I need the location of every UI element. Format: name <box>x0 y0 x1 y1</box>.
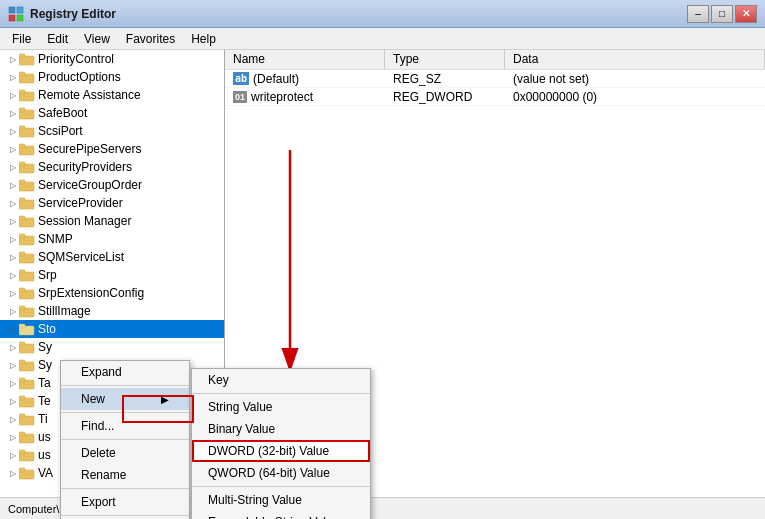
tree-item-sqmservicelist[interactable]: ▷ SQMServiceList <box>0 248 224 266</box>
tree-item-sto[interactable]: ▷ Sto <box>0 320 224 338</box>
svg-rect-15 <box>19 144 25 148</box>
tree-item-scsiport[interactable]: ▷ ScsiPort <box>0 122 224 140</box>
svg-rect-3 <box>17 15 23 21</box>
menu-file[interactable]: File <box>4 30 39 48</box>
folder-icon <box>19 106 35 120</box>
reg-row-default[interactable]: ab (Default) REG_SZ (value not set) <box>225 70 765 88</box>
folder-icon <box>19 286 35 300</box>
column-headers: Name Type Data <box>225 50 765 70</box>
folder-icon <box>19 250 35 264</box>
tree-item-remoteassistance[interactable]: ▷ Remote Assistance <box>0 86 224 104</box>
status-text: Computer\HKEY_L <box>8 503 102 515</box>
tree-item-stillimage[interactable]: ▷ StillImage <box>0 302 224 320</box>
tree-item-sessionmanager[interactable]: ▷ Session Manager <box>0 212 224 230</box>
folder-icon <box>19 232 35 246</box>
expand-arrow: ▷ <box>8 342 18 352</box>
folder-icon <box>19 322 35 336</box>
reg-data-default: (value not set) <box>505 71 765 87</box>
folder-icon <box>19 376 35 390</box>
tree-label: SQMServiceList <box>38 250 124 264</box>
tree-item-sy1[interactable]: ▷ Sy <box>0 338 224 356</box>
svg-rect-49 <box>19 450 25 454</box>
svg-rect-43 <box>19 396 25 400</box>
tree-label: PriorityControl <box>38 52 114 66</box>
registry-rows: ab (Default) REG_SZ (value not set) 01 w… <box>225 70 765 497</box>
reg-name-default: ab (Default) <box>225 71 385 87</box>
tree-label: Session Manager <box>38 214 131 228</box>
svg-rect-17 <box>19 162 25 166</box>
folder-icon <box>19 196 35 210</box>
tree-item-securityproviders[interactable]: ▷ SecurityProviders <box>0 158 224 176</box>
expand-arrow: ▷ <box>8 306 18 316</box>
reg-data-writeprotect: 0x00000000 (0) <box>505 89 765 105</box>
tree-label: ScsiPort <box>38 124 83 138</box>
svg-rect-29 <box>19 270 25 274</box>
close-button[interactable]: ✕ <box>735 5 757 23</box>
svg-rect-19 <box>19 180 25 184</box>
col-header-data: Data <box>505 50 765 69</box>
tree-item-srp[interactable]: ▷ Srp <box>0 266 224 284</box>
tree-item-us2[interactable]: ▷ us <box>0 446 224 464</box>
tree-item-prioritycontrol[interactable]: ▷ PriorityControl <box>0 50 224 68</box>
folder-icon <box>19 160 35 174</box>
tree-item-te[interactable]: ▷ Te <box>0 392 224 410</box>
tree-item-sy2[interactable]: ▷ Sy <box>0 356 224 374</box>
tree-label: Sy <box>38 340 52 354</box>
reg-type-default: REG_SZ <box>385 71 505 87</box>
folder-icon <box>19 358 35 372</box>
expand-arrow: ▷ <box>8 162 18 172</box>
tree-item-va[interactable]: ▷ VA <box>0 464 224 482</box>
title-bar: Registry Editor – □ ✕ <box>0 0 765 28</box>
maximize-button[interactable]: □ <box>711 5 733 23</box>
expand-arrow: ▷ <box>8 270 18 280</box>
svg-rect-31 <box>19 288 25 292</box>
tree-item-safeboot[interactable]: ▷ SafeBoot <box>0 104 224 122</box>
folder-icon <box>19 52 35 66</box>
folder-icon <box>19 124 35 138</box>
tree-item-servicegrouporder[interactable]: ▷ ServiceGroupOrder <box>0 176 224 194</box>
tree-item-serviceprovider[interactable]: ▷ ServiceProvider <box>0 194 224 212</box>
menu-edit[interactable]: Edit <box>39 30 76 48</box>
expand-arrow: ▷ <box>8 468 18 478</box>
svg-rect-23 <box>19 216 25 220</box>
tree-item-srpextensionconfig[interactable]: ▷ SrpExtensionConfig <box>0 284 224 302</box>
tree-item-ta[interactable]: ▷ Ta <box>0 374 224 392</box>
menu-favorites[interactable]: Favorites <box>118 30 183 48</box>
expand-arrow: ▷ <box>8 234 18 244</box>
expand-arrow: ▷ <box>8 324 18 334</box>
tree-item-ti[interactable]: ▷ Ti <box>0 410 224 428</box>
app-icon <box>8 6 24 22</box>
window-controls[interactable]: – □ ✕ <box>687 5 757 23</box>
tree-label: Sy <box>38 358 52 372</box>
expand-arrow: ▷ <box>8 108 18 118</box>
tree-item-securepipeservers[interactable]: ▷ SecurePipeServers <box>0 140 224 158</box>
tree-item-us1[interactable]: ▷ us <box>0 428 224 446</box>
expand-arrow: ▷ <box>8 54 18 64</box>
tree-label: StillImage <box>38 304 91 318</box>
tree-scroll[interactable]: ▷ PriorityControl ▷ ProductOptions ▷ <box>0 50 224 497</box>
folder-icon <box>19 142 35 156</box>
tree-item-productoptions[interactable]: ▷ ProductOptions <box>0 68 224 86</box>
tree-label: Ta <box>38 376 51 390</box>
tree-label: ServiceProvider <box>38 196 123 210</box>
tree-label: us <box>38 448 51 462</box>
folder-icon <box>19 70 35 84</box>
folder-icon <box>19 466 35 480</box>
expand-arrow: ▷ <box>8 126 18 136</box>
expand-arrow: ▷ <box>8 378 18 388</box>
tree-label: us <box>38 430 51 444</box>
svg-rect-51 <box>19 468 25 472</box>
minimize-button[interactable]: – <box>687 5 709 23</box>
menu-help[interactable]: Help <box>183 30 224 48</box>
folder-icon <box>19 304 35 318</box>
reg-row-writeprotect[interactable]: 01 writeprotect REG_DWORD 0x00000000 (0) <box>225 88 765 106</box>
dword-icon: 01 <box>233 91 247 103</box>
status-bar: Computer\HKEY_L <box>0 497 765 519</box>
folder-icon <box>19 394 35 408</box>
menu-view[interactable]: View <box>76 30 118 48</box>
expand-arrow: ▷ <box>8 72 18 82</box>
tree-item-snmp[interactable]: ▷ SNMP <box>0 230 224 248</box>
tree-panel: ▷ PriorityControl ▷ ProductOptions ▷ <box>0 50 225 497</box>
expand-arrow: ▷ <box>8 198 18 208</box>
svg-rect-33 <box>19 306 25 310</box>
